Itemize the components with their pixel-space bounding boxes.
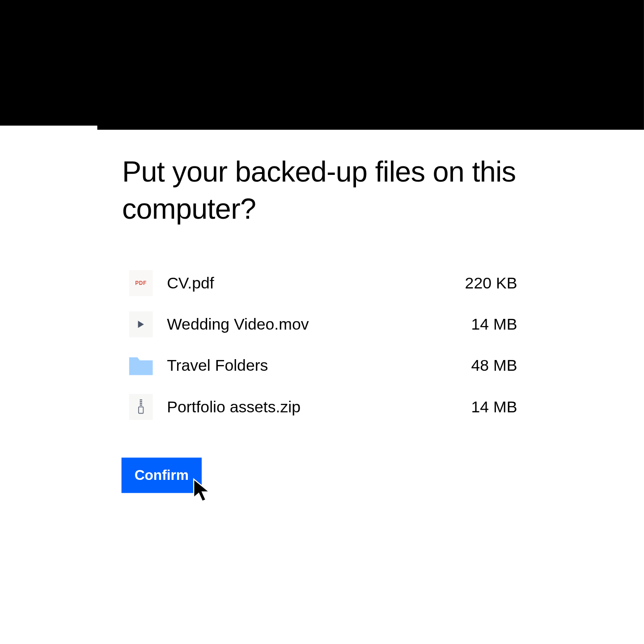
file-size-label: 14 MB <box>471 315 517 334</box>
pdf-icon: PDF <box>128 270 154 296</box>
folder-icon <box>128 353 154 379</box>
file-name-label: Portfolio assets.zip <box>167 398 471 416</box>
file-name-label: Travel Folders <box>167 357 471 375</box>
confirm-button[interactable]: Confirm <box>122 458 202 493</box>
svg-rect-2 <box>140 403 142 404</box>
zip-icon <box>128 394 154 420</box>
svg-rect-3 <box>140 405 142 406</box>
file-row[interactable]: Portfolio assets.zip 14 MB <box>128 386 517 428</box>
file-size-label: 14 MB <box>471 398 517 416</box>
page-title: Put your backed-up files on this compute… <box>122 153 517 227</box>
svg-rect-1 <box>140 401 142 402</box>
file-name-label: CV.pdf <box>167 274 465 292</box>
video-icon <box>128 312 154 338</box>
white-notch <box>0 126 97 131</box>
file-name-label: Wedding Video.mov <box>167 315 471 334</box>
svg-rect-4 <box>139 407 144 414</box>
file-size-label: 220 KB <box>465 274 517 292</box>
file-list: PDF CV.pdf 220 KB Wedding Video.mov 14 M… <box>122 263 517 428</box>
file-row[interactable]: PDF CV.pdf 220 KB <box>128 263 517 304</box>
svg-rect-0 <box>140 399 142 401</box>
file-row[interactable]: Travel Folders 48 MB <box>128 345 517 386</box>
top-black-band <box>0 0 644 130</box>
file-row[interactable]: Wedding Video.mov 14 MB <box>128 304 517 345</box>
file-size-label: 48 MB <box>471 357 517 375</box>
